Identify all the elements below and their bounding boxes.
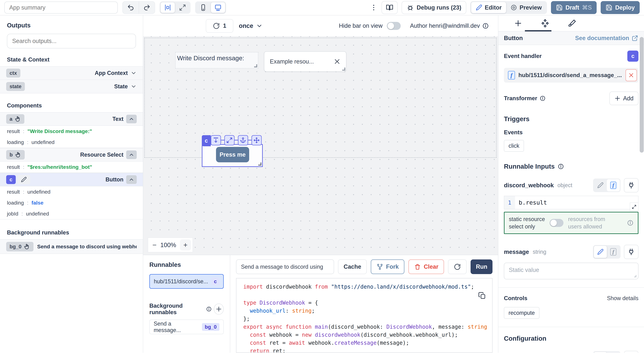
eval-mode-button[interactable]: f: [607, 352, 620, 353]
tab-editor[interactable]: Editor: [471, 2, 506, 13]
center-layout-button[interactable]: [160, 2, 175, 13]
mobile-view-button[interactable]: [196, 2, 210, 13]
expand-editor-button[interactable]: [630, 203, 638, 211]
outputs-panel: Outputs State & Context ctx App Context …: [0, 15, 143, 353]
tab-insert[interactable]: [504, 15, 532, 31]
output-row[interactable]: jobId:undefined: [0, 208, 143, 219]
plug-icon: [628, 182, 635, 189]
text-component[interactable]: Write Discord message:: [175, 52, 258, 68]
remove-handler-button[interactable]: [626, 69, 637, 81]
collapse-button[interactable]: [126, 115, 137, 123]
clear-button[interactable]: Clear: [408, 259, 444, 274]
component-c-header[interactable]: c Button: [0, 173, 143, 186]
tab-styling[interactable]: [558, 15, 586, 31]
event-click-chip[interactable]: click: [504, 140, 524, 152]
resize-handle[interactable]: [342, 67, 345, 71]
code-editor[interactable]: import discordwebhook from "https://deno…: [236, 278, 492, 353]
docs-button[interactable]: [382, 1, 398, 14]
edit-id-button[interactable]: [17, 175, 30, 184]
deploy-button[interactable]: Deploy: [601, 1, 640, 14]
add-transformer-button[interactable]: Add: [610, 92, 638, 105]
resource-mode-toggle[interactable]: [550, 219, 564, 227]
resize-handle[interactable]: [258, 162, 261, 166]
connect-input-button[interactable]: [624, 178, 638, 192]
chevron-down-icon[interactable]: [130, 83, 137, 89]
chevron-down-icon[interactable]: [130, 70, 137, 76]
anchor-component-button[interactable]: [238, 135, 248, 145]
chevron-up-icon: [128, 177, 134, 183]
hand-pointer-icon: [24, 243, 30, 250]
fullscreen-component-button[interactable]: [224, 135, 234, 145]
tab-preview[interactable]: Preview: [506, 2, 546, 13]
output-row[interactable]: result:"$res:u/henri/testing_bot": [0, 162, 143, 172]
background-runnable-row[interactable]: bg_0 Send a message to discord using web…: [0, 239, 143, 254]
fullwidth-layout-button[interactable]: [176, 2, 190, 13]
app-summary-input[interactable]: [4, 1, 118, 13]
recompute-chip[interactable]: recompute: [504, 307, 540, 319]
zoom-in-button[interactable]: +: [180, 239, 191, 251]
fork-button[interactable]: Fork: [371, 259, 404, 274]
component-a-type: Text: [112, 116, 124, 122]
cache-button[interactable]: Cache: [338, 259, 367, 274]
search-outputs-input[interactable]: [7, 34, 136, 48]
add-background-runnable-button[interactable]: [214, 304, 224, 315]
deploy-label: Deploy: [615, 4, 635, 11]
button-component-selection[interactable]: c Press me: [202, 144, 263, 167]
draft-button[interactable]: Draft ⌘S: [551, 1, 597, 14]
debug-runs-button[interactable]: Debug runs (23): [402, 1, 466, 14]
show-details-link[interactable]: Show details: [607, 295, 638, 302]
undo-button[interactable]: [123, 1, 139, 13]
collapse-button[interactable]: [126, 150, 137, 159]
clear-selection-icon[interactable]: [334, 58, 340, 65]
move-component-button[interactable]: [252, 135, 262, 145]
component-b-header[interactable]: b Resource Select: [0, 148, 143, 162]
active-tab-indicator: [525, 30, 552, 31]
collapse-button[interactable]: [126, 175, 137, 184]
connect-input-button[interactable]: [624, 351, 638, 353]
event-handler-item[interactable]: f hub/1511/discord/send_a_message_...: [504, 68, 638, 83]
eval-mode-button[interactable]: f: [607, 246, 620, 258]
background-runnables-title: Background runnables: [7, 229, 136, 236]
app-canvas[interactable]: Write Discord message: Example resou... …: [143, 36, 498, 255]
component-a-header[interactable]: a Text: [0, 112, 143, 126]
resize-handle[interactable]: [254, 64, 257, 67]
zoom-out-button[interactable]: −: [152, 241, 156, 249]
runnable-item-selected[interactable]: hub/1511/discord/se... c: [149, 274, 224, 289]
eval-mode-button[interactable]: f: [607, 179, 620, 191]
connect-input-button[interactable]: [624, 245, 638, 259]
refresh-mode-dropdown[interactable]: once: [239, 22, 263, 29]
desktop-view-button[interactable]: [211, 2, 225, 13]
run-button[interactable]: Run: [470, 259, 492, 274]
maximize-icon: [179, 4, 186, 11]
output-row[interactable]: result:"Write Discord message:": [0, 126, 143, 137]
expression-editor[interactable]: 1 b.result: [504, 196, 638, 209]
state-row[interactable]: state State: [0, 80, 143, 93]
button-component[interactable]: Press me: [216, 147, 249, 162]
resize-grip-icon[interactable]: [633, 274, 637, 278]
redo-button[interactable]: [139, 1, 155, 13]
expand-down-button[interactable]: [211, 135, 221, 145]
clear-label: Clear: [424, 264, 438, 270]
message-static-input[interactable]: Static value: [504, 263, 638, 279]
static-mode-button[interactable]: [594, 246, 607, 258]
reload-script-button[interactable]: [448, 259, 466, 274]
static-mode-button[interactable]: [594, 352, 607, 353]
plus-icon: [514, 19, 522, 27]
text-component-value: Write Discord message:: [177, 54, 244, 62]
see-documentation-link[interactable]: See documentation: [575, 35, 638, 41]
more-menu-icon[interactable]: [370, 2, 378, 13]
output-row[interactable]: loading:undefined: [0, 137, 143, 148]
output-row[interactable]: loading:false: [0, 197, 143, 208]
hide-bar-toggle[interactable]: [387, 22, 401, 30]
component-b-type: Resource Select: [80, 152, 124, 158]
ctx-row[interactable]: ctx App Context: [0, 66, 143, 80]
tab-component-settings[interactable]: [532, 15, 558, 31]
static-mode-button[interactable]: [594, 179, 607, 191]
refresh-count-button[interactable]: 1: [206, 19, 233, 33]
copy-code-icon[interactable]: [478, 292, 486, 300]
scrollbar-thumb[interactable]: [640, 37, 644, 153]
runnable-item-bg[interactable]: Send a message... bg_0: [149, 320, 224, 334]
resource-select-component[interactable]: Example resou...: [264, 51, 346, 72]
output-row[interactable]: result:undefined: [0, 186, 143, 197]
script-name-input[interactable]: [236, 259, 334, 274]
